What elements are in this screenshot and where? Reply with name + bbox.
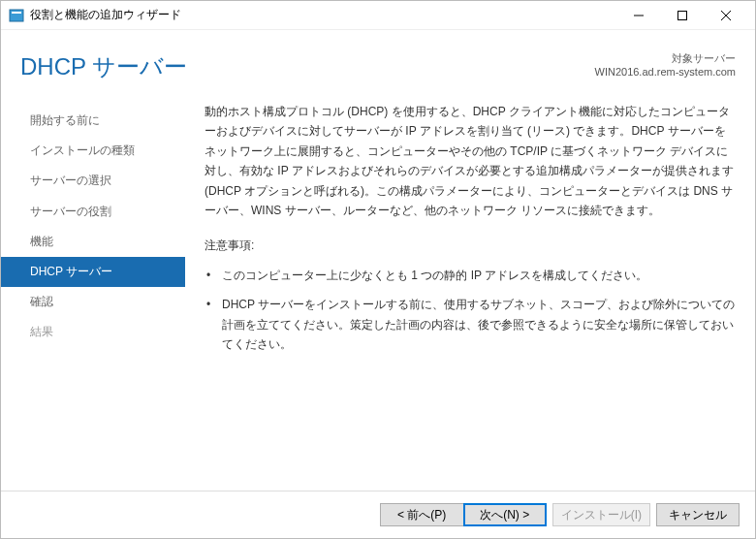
target-server-box: 対象サーバー WIN2016.ad.rem-system.com	[595, 51, 736, 78]
description-text: 動的ホスト構成プロトコル (DHCP) を使用すると、DHCP クライアント機能…	[205, 102, 736, 220]
sidebar-item-server-roles[interactable]: サーバーの役割	[1, 197, 185, 227]
svg-rect-1	[12, 12, 21, 14]
window-controls	[616, 2, 747, 29]
sidebar-item-before-begin[interactable]: 開始する前に	[1, 106, 185, 136]
sidebar-item-confirm[interactable]: 確認	[1, 287, 185, 317]
cancel-button[interactable]: キャンセル	[656, 503, 740, 526]
window-title: 役割と機能の追加ウィザード	[30, 7, 616, 23]
wizard-window: 役割と機能の追加ウィザード DHCP サーバー 対象サーバー WIN2016.a…	[0, 0, 756, 539]
minimize-button[interactable]	[616, 2, 660, 29]
sidebar-item-dhcp[interactable]: DHCP サーバー	[1, 257, 185, 287]
main-area: 開始する前に インストールの種類 サーバーの選択 サーバーの役割 機能 DHCP…	[1, 92, 755, 491]
note-item: DHCP サーバーをインストールする前に、使用するサブネット、スコープ、および除…	[218, 295, 736, 354]
sidebar-item-install-type[interactable]: インストールの種類	[1, 136, 185, 166]
next-button[interactable]: 次へ(N) >	[463, 503, 547, 526]
sidebar-item-features[interactable]: 機能	[1, 227, 185, 257]
content-panel: 動的ホスト構成プロトコル (DHCP) を使用すると、DHCP クライアント機能…	[185, 98, 755, 491]
svg-rect-0	[10, 10, 23, 21]
page-title: DHCP サーバー	[20, 51, 187, 82]
app-icon	[9, 8, 24, 23]
sidebar: 開始する前に インストールの種類 サーバーの選択 サーバーの役割 機能 DHCP…	[1, 98, 185, 491]
notes-list: このコンピューター上に少なくとも 1 つの静的 IP アドレスを構成してください…	[205, 266, 736, 355]
note-item: このコンピューター上に少なくとも 1 つの静的 IP アドレスを構成してください…	[218, 266, 736, 285]
svg-rect-3	[677, 11, 686, 19]
install-button: インストール(I)	[552, 503, 650, 526]
close-button[interactable]	[704, 2, 747, 29]
sidebar-item-server-select[interactable]: サーバーの選択	[1, 166, 185, 196]
target-label: 対象サーバー	[595, 51, 736, 66]
maximize-button[interactable]	[660, 2, 704, 29]
sidebar-item-results: 結果	[1, 317, 185, 347]
nav-button-group: < 前へ(P) 次へ(N) >	[380, 503, 547, 526]
titlebar: 役割と機能の追加ウィザード	[1, 1, 755, 30]
notes-title: 注意事項:	[205, 236, 736, 255]
header: DHCP サーバー 対象サーバー WIN2016.ad.rem-system.c…	[1, 30, 755, 92]
prev-button[interactable]: < 前へ(P)	[380, 503, 463, 526]
footer: < 前へ(P) 次へ(N) > インストール(I) キャンセル	[1, 491, 755, 538]
target-server-name: WIN2016.ad.rem-system.com	[595, 66, 736, 78]
